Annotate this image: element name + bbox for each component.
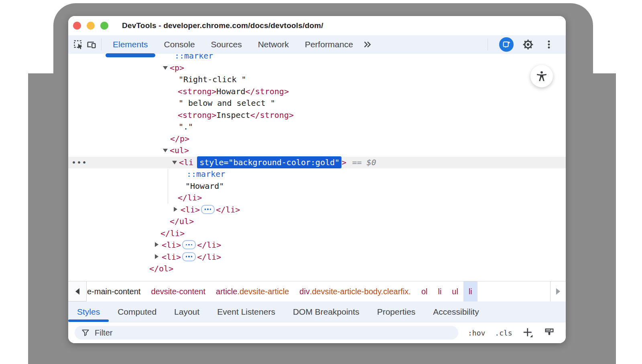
tab-console[interactable]: Console (156, 35, 203, 54)
breadcrumb-part: .devsite-article (237, 287, 289, 296)
breadcrumb-bar: e-main-contentdevsite-contentarticle.dev… (68, 281, 566, 301)
dom-tree-row[interactable]: </ul> (68, 216, 566, 228)
toggle-sidebar-icon[interactable] (565, 327, 566, 338)
code-token: <ul> (170, 146, 189, 155)
toolbar-right-cluster (484, 37, 566, 52)
breadcrumb-item[interactable]: article.devsite-article (211, 281, 294, 301)
dom-tree-row[interactable]: "." (68, 121, 566, 133)
breadcrumb-item[interactable]: li (433, 281, 447, 301)
code-token: "." (179, 122, 193, 131)
settings-gear-icon[interactable] (522, 38, 534, 51)
expand-arrow-icon[interactable] (155, 242, 158, 247)
collapse-arrow-icon[interactable] (163, 149, 168, 152)
code-token: </li> (197, 252, 221, 262)
rendering-brush-icon[interactable] (544, 327, 555, 338)
panel-tabs: ElementsConsoleSourcesNetworkPerformance (105, 35, 361, 54)
device-toolbar-icon[interactable] (85, 38, 98, 51)
sidebar-tab-event-listeners[interactable]: Event Listeners (208, 301, 284, 322)
sidebar-tab-accessibility[interactable]: Accessibility (424, 301, 488, 322)
breadcrumb-scroll-left-icon[interactable] (68, 281, 87, 301)
window-title: DevTools - developer.chrome.com/docs/dev… (122, 21, 323, 30)
tab-performance[interactable]: Performance (297, 35, 361, 54)
dom-tree-row[interactable]: <strong>Howard</strong> (68, 86, 566, 98)
more-tabs-icon[interactable] (361, 38, 374, 51)
kebab-menu-icon[interactable] (542, 38, 555, 51)
breadcrumb-item[interactable]: li (463, 281, 477, 301)
code-token: Howard (216, 87, 245, 96)
breadcrumb-part: article (216, 287, 237, 296)
zoom-button[interactable] (100, 22, 108, 30)
close-button[interactable] (73, 22, 81, 30)
tab-network[interactable]: Network (250, 35, 297, 54)
dom-tree-row[interactable]: </p> (68, 133, 566, 145)
code-token: <li> (181, 205, 200, 214)
accessibility-widget-button[interactable] (530, 65, 553, 87)
dom-tree-row[interactable]: "Right-click " (68, 74, 566, 86)
dom-tree-row[interactable]: <li></li> (68, 204, 566, 216)
expand-ellipsis-button[interactable] (182, 240, 196, 249)
expand-ellipsis-button[interactable] (182, 252, 196, 261)
dom-tree-row[interactable]: </li> (68, 228, 566, 240)
breadcrumb-item[interactable]: e-main-content (87, 281, 146, 301)
dom-tree-row[interactable]: </li> (68, 192, 566, 204)
minimize-button[interactable] (87, 22, 95, 30)
element-classes-button[interactable]: .cls (495, 329, 512, 337)
breadcrumb-part: div (299, 287, 310, 296)
expand-arrow-icon[interactable] (174, 207, 177, 212)
code-token: == (352, 158, 362, 167)
devtools-window: DevTools - developer.chrome.com/docs/dev… (68, 16, 566, 343)
selected-attribute[interactable]: style="background-color:gold" (197, 157, 341, 168)
code-token: </p> (170, 134, 189, 144)
code-token: <li (179, 158, 193, 167)
code-token: </li> (160, 229, 185, 238)
breadcrumb-item[interactable]: div.devsite-article-body.clearfix. (294, 281, 416, 301)
filter-input[interactable] (94, 328, 433, 338)
code-token: $0 (366, 158, 376, 167)
code-token: </li> (197, 240, 221, 250)
dom-tree-row[interactable]: ::marker (68, 168, 566, 180)
expand-ellipsis-button[interactable] (201, 205, 215, 214)
code-token: </strong> (246, 87, 289, 96)
code-token: " below and select " (179, 98, 275, 108)
dom-tree-row[interactable]: " below and select " (68, 97, 566, 109)
code-token: Inspect (216, 110, 250, 120)
breadcrumb-item[interactable]: ol (416, 281, 433, 301)
breadcrumb-part: .devsite-article-body.clearfix. (310, 287, 411, 296)
ai-assistant-icon[interactable] (499, 37, 514, 52)
dom-tree-row[interactable]: "Howard" (68, 180, 566, 192)
dom-tree-row[interactable]: •••<listyle="background-color:gold">==$0 (68, 157, 566, 169)
dom-tree: ::marker<p>"Right-click "<strong>Howard<… (68, 54, 566, 281)
dom-tree-row[interactable]: <ul> (68, 145, 566, 157)
sidebar-tab-properties[interactable]: Properties (368, 301, 425, 322)
code-token: <strong> (178, 110, 216, 120)
sidebar-tab-layout[interactable]: Layout (165, 301, 208, 322)
toggle-element-state-button[interactable]: :hov (468, 329, 485, 337)
dom-tree-row[interactable]: <li></li> (68, 239, 566, 251)
sidebar-tab-dom-breakpoints[interactable]: DOM Breakpoints (284, 301, 368, 322)
expand-arrow-icon[interactable] (155, 254, 158, 259)
tab-sources[interactable]: Sources (203, 35, 250, 54)
breadcrumb-item[interactable]: ul (447, 281, 463, 301)
breadcrumb-scroll-right-icon[interactable] (550, 281, 566, 301)
code-token: "Howard" (185, 181, 224, 191)
sidebar-tab-styles[interactable]: Styles (68, 301, 109, 322)
new-style-rule-plus-icon[interactable] (522, 327, 534, 339)
code-token: </ul> (170, 216, 194, 226)
inspect-element-icon[interactable] (72, 38, 85, 51)
collapse-arrow-icon[interactable] (163, 66, 168, 70)
dom-tree-row[interactable]: <li></li> (68, 251, 566, 263)
dom-tree-row[interactable]: <strong>Inspect</strong> (68, 109, 566, 121)
sidebar-tab-computed[interactable]: Computed (109, 301, 165, 322)
breadcrumb-item[interactable]: devsite-content (146, 281, 211, 301)
titlebar: DevTools - developer.chrome.com/docs/dev… (68, 16, 566, 35)
code-token: ::marker (187, 169, 225, 179)
collapse-arrow-icon[interactable] (172, 161, 177, 164)
code-token: </strong> (250, 110, 294, 120)
breadcrumb-part: ul (452, 287, 458, 296)
dom-tree-row[interactable]: <p> (68, 62, 566, 74)
tab-elements[interactable]: Elements (105, 35, 156, 54)
row-overflow-menu[interactable]: ••• (71, 157, 87, 169)
code-token: "Right-click " (179, 75, 246, 84)
dom-tree-row[interactable]: </ol> (68, 263, 566, 275)
filter-field[interactable] (75, 326, 458, 340)
